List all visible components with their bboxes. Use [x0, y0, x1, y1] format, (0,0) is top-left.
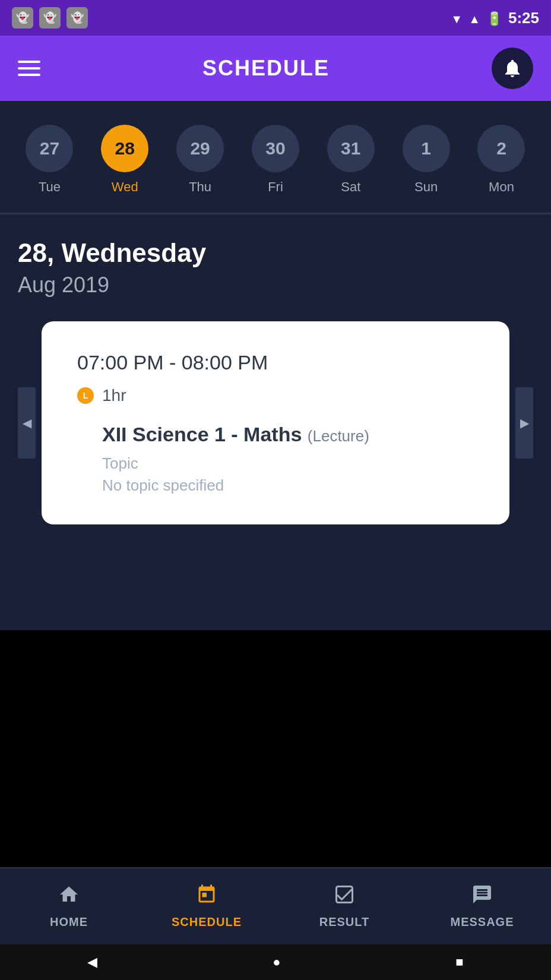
- nav-item-result[interactable]: RESULT: [276, 884, 413, 929]
- android-nav-bar: ◀ ● ■: [0, 944, 551, 980]
- day-label-sun: Sun: [414, 179, 438, 195]
- status-bar-right: 5:25: [451, 9, 539, 27]
- notification-button[interactable]: [492, 48, 533, 89]
- day-number-30: 30: [252, 125, 299, 172]
- day-item-tue[interactable]: 27 Tue: [26, 125, 73, 195]
- day-label-fri: Fri: [268, 179, 283, 195]
- hamburger-line-1: [18, 61, 40, 63]
- duration-dot: L: [77, 387, 94, 404]
- time-range: 07:00 PM - 08:00 PM: [77, 351, 480, 374]
- day-number-27: 27: [26, 125, 73, 172]
- prev-card-arrow[interactable]: ◀: [18, 387, 36, 459]
- app-icon-1: 👻: [12, 7, 33, 29]
- day-label-thu: Thu: [189, 179, 211, 195]
- day-number-1: 1: [403, 125, 450, 172]
- hamburger-line-3: [18, 74, 40, 76]
- nav-item-message[interactable]: MESSAGE: [413, 884, 551, 929]
- schedule-card[interactable]: 07:00 PM - 08:00 PM L 1hr XII Science 1 …: [42, 321, 509, 524]
- bottom-nav: HOME SCHEDULE RESULT MESSAGE: [0, 867, 551, 944]
- header-title: SCHEDULE: [202, 56, 330, 81]
- day-label-tue: Tue: [39, 179, 61, 195]
- day-item-mon[interactable]: 2 Mon: [477, 125, 525, 195]
- wifi-icon: [451, 9, 463, 27]
- day-number-29: 29: [176, 125, 224, 172]
- nav-item-schedule[interactable]: SCHEDULE: [138, 884, 276, 929]
- battery-icon: [486, 9, 502, 27]
- day-item-wed[interactable]: 28 Wed: [101, 125, 148, 195]
- nav-item-home[interactable]: HOME: [0, 884, 138, 929]
- app-icon-3: 👻: [66, 7, 88, 29]
- time-display: 5:25: [508, 9, 539, 27]
- calendar-section: 27 Tue 28 Wed 29 Thu 30 Fri 31 Sat 1 Sun: [0, 101, 551, 213]
- duration-row: L 1hr: [77, 386, 480, 405]
- month-year: Aug 2019: [18, 273, 533, 298]
- nav-label-result: RESULT: [319, 915, 370, 929]
- class-info: XII Science 1 - Maths (Lecture) Topic No…: [77, 423, 480, 495]
- result-icon: [334, 884, 355, 911]
- class-name: XII Science 1 - Maths (Lecture): [102, 423, 480, 446]
- day-label-sat: Sat: [341, 179, 360, 195]
- day-label-wed: Wed: [112, 179, 138, 195]
- app-icon-2: 👻: [39, 7, 61, 29]
- topic-label: Topic: [102, 454, 480, 473]
- duration-text: 1hr: [102, 386, 126, 405]
- svg-rect-0: [337, 887, 353, 903]
- day-number-2: 2: [477, 125, 525, 172]
- day-item-sat[interactable]: 31 Sat: [327, 125, 375, 195]
- message-icon: [471, 884, 493, 911]
- status-bar-left: 👻 👻 👻: [12, 7, 88, 29]
- days-row: 27 Tue 28 Wed 29 Thu 30 Fri 31 Sat 1 Sun: [12, 125, 539, 195]
- status-bar: 👻 👻 👻 5:25: [0, 0, 551, 36]
- next-card-arrow[interactable]: ▶: [515, 387, 533, 459]
- nav-label-home: HOME: [50, 915, 88, 929]
- bell-icon: [502, 58, 523, 79]
- schedule-icon: [196, 884, 217, 911]
- date-heading: 28, Wednesday: [18, 238, 533, 268]
- hamburger-line-2: [18, 67, 40, 69]
- day-item-sun[interactable]: 1 Sun: [403, 125, 450, 195]
- day-number-31: 31: [327, 125, 375, 172]
- nav-label-schedule: SCHEDULE: [172, 915, 242, 929]
- main-content: 28, Wednesday Aug 2019 ◀ 07:00 PM - 08:0…: [0, 214, 551, 630]
- signal-icon: [468, 9, 480, 27]
- day-number-28: 28: [101, 125, 148, 172]
- header: SCHEDULE: [0, 36, 551, 101]
- recent-button[interactable]: ■: [444, 950, 475, 975]
- hamburger-menu-button[interactable]: [18, 61, 40, 76]
- home-icon: [58, 884, 80, 911]
- back-button[interactable]: ◀: [75, 950, 109, 975]
- schedule-card-wrapper: ◀ 07:00 PM - 08:00 PM L 1hr XII Science …: [18, 321, 533, 524]
- home-button[interactable]: ●: [261, 950, 292, 975]
- topic-value: No topic specified: [102, 476, 480, 495]
- nav-label-message: MESSAGE: [450, 915, 514, 929]
- day-item-thu[interactable]: 29 Thu: [176, 125, 224, 195]
- day-item-fri[interactable]: 30 Fri: [252, 125, 299, 195]
- day-label-mon: Mon: [489, 179, 514, 195]
